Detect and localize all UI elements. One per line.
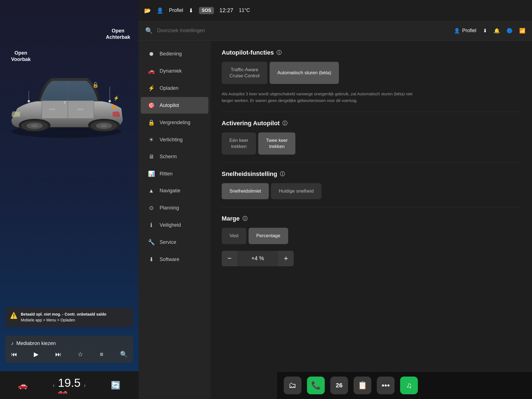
sidebar-item-autopilot[interactable]: 🎯 Autopilot (141, 97, 208, 114)
sidebar-item-bediening[interactable]: ⏺ Bediening (141, 46, 208, 62)
signal-button[interactable]: 📶 (519, 28, 525, 34)
snelheidsinstelling-info-icon[interactable]: ⓘ (280, 171, 285, 177)
service-label: Service (160, 239, 176, 245)
navigatie-label: Navigatie (160, 188, 180, 194)
speed-forward-arrow[interactable]: › (84, 382, 86, 388)
opladen-label: Opladen (160, 85, 178, 91)
taskbar-notes-icon[interactable]: 📋 (354, 377, 371, 394)
snelheidsinstelling-title: Snelheidsinstelling (222, 170, 277, 178)
taskbar-calendar-icon[interactable]: 26 (330, 377, 348, 394)
sidebar-item-vergrendeling[interactable]: 🔒 Vergrendeling (141, 114, 208, 131)
taskbar-spotify-icon[interactable]: ♫ (400, 377, 418, 394)
sidebar-item-software[interactable]: ⬇ Software (141, 251, 208, 268)
steering-icon: 🔄 (111, 381, 121, 390)
svg-point-11 (112, 105, 116, 109)
svg-text:T: T (64, 101, 66, 105)
play-button[interactable]: ▶ (34, 351, 39, 358)
file-icon: 📂 (144, 7, 151, 14)
right-panel: 🔍 👤 Profiel ⬇ 🔔 🔵 📶 ⏺ (139, 21, 532, 399)
bluetooth-icon: 🔵 (507, 28, 513, 34)
marge-value: +4 % (237, 251, 278, 265)
favorite-button[interactable]: ☆ (78, 351, 83, 358)
vergrendeling-label: Vergrendeling (160, 120, 190, 126)
search-bar: 🔍 👤 Profiel ⬇ 🔔 🔵 📶 (139, 21, 532, 41)
sidebar-item-planning[interactable]: ⊙ Planning (141, 200, 208, 216)
activering-info-icon[interactable]: ⓘ (282, 120, 287, 127)
huidige-snelheid-button[interactable]: Huidige snelheid (271, 183, 321, 199)
taskbar-dots-icon[interactable]: ••• (377, 377, 395, 394)
sidebar-item-dynamiek[interactable]: 🚗 Dynamiek (141, 63, 208, 79)
search-icon: 🔍 (145, 27, 153, 34)
svg-text:⚡: ⚡ (113, 95, 119, 101)
bediening-icon: ⏺ (147, 51, 155, 57)
sidebar-item-scherm[interactable]: 🖥 Scherm (141, 149, 208, 165)
profile-label-top[interactable]: Profiel (169, 7, 183, 13)
planning-icon: ⊙ (147, 204, 155, 211)
marge-stepper: − +4 % + (222, 251, 294, 266)
een-keer-button[interactable]: Eén keer trekken (222, 132, 256, 155)
sidebar-item-service[interactable]: 🔧 Service (141, 234, 208, 250)
marge-increase-button[interactable]: + (278, 251, 294, 266)
download-button-header[interactable]: ⬇ (483, 28, 487, 34)
auto-steer-button[interactable]: Automatisch sturen (bèta) (270, 62, 339, 84)
bell-icon: 🔔 (494, 28, 500, 34)
tacc-button[interactable]: Traffic-Aware Cruise Control (222, 62, 267, 84)
bottom-taskbar: 🗂 📞 26 📋 ••• ♫ ‹ 🔊 › (277, 371, 532, 399)
sidebar-item-opladen[interactable]: ⚡ Opladen (141, 80, 208, 96)
prev-track-button[interactable]: ⏮ (11, 351, 17, 358)
search-media-button[interactable]: 🔍 (120, 351, 127, 358)
speed-value: 19.5 (58, 376, 81, 390)
software-label: Software (160, 257, 179, 262)
media-box: ♪ Mediabron kiezen ⏮ ▶ ⏭ ☆ ≡ 🔍 (6, 336, 133, 363)
scherm-label: Scherm (160, 154, 177, 160)
label-achterbak[interactable]: Open Achterbak (106, 28, 130, 41)
bottom-bar-left: 🚗 ‹ 19.5 🚗🚗 › 🔄 (0, 371, 139, 399)
percentage-button[interactable]: Percentage (249, 228, 288, 244)
marge-decrease-button[interactable]: − (222, 251, 237, 266)
warning-text-bold: Betaald opl. niet mog. - Contr. onbetaal… (21, 311, 106, 317)
scherm-icon: 🖥 (147, 154, 155, 160)
planning-label: Planning (160, 205, 179, 211)
download-icon-top: ⬇ (189, 7, 193, 14)
verlichting-icon: ☀ (147, 136, 155, 143)
veiligheid-label: Veiligheid (160, 222, 181, 228)
car-icon-bottom: 🚗 (18, 381, 28, 390)
snelheidslimiet-button[interactable]: Snelheidslimiet (222, 183, 269, 199)
profile-button[interactable]: 👤 Profiel (454, 28, 476, 34)
autopilot-functies-title: Autopilot-functies (222, 49, 274, 56)
profile-icon: 👤 (454, 28, 460, 34)
vast-button[interactable]: Vast (222, 228, 246, 244)
taskbar-phone-icon[interactable]: 📞 (307, 377, 325, 394)
marge-info-icon[interactable]: ⓘ (242, 215, 247, 222)
ritten-icon: 📊 (147, 170, 155, 177)
autopilot-label: Autopilot (160, 103, 179, 108)
sidebar-item-verlichting[interactable]: ☀ Verlichting (141, 131, 208, 148)
taskbar-files-icon[interactable]: 🗂 (284, 377, 301, 394)
svg-point-16 (109, 100, 111, 102)
media-title-text: Mediabron kiezen (16, 341, 56, 346)
bell-button[interactable]: 🔔 (494, 28, 500, 34)
signal-icon: 📶 (519, 28, 525, 34)
sos-badge[interactable]: SOS (199, 7, 214, 14)
equalizer-button[interactable]: ≡ (100, 351, 103, 358)
settings-content: Autopilot-functies ⓘ Traffic-Aware Cruis… (211, 41, 532, 399)
search-input[interactable] (157, 28, 449, 34)
autopilot-functies-info-icon[interactable]: ⓘ (277, 49, 282, 56)
speed-back-arrow[interactable]: ‹ (53, 382, 55, 388)
sidebar-item-veiligheid[interactable]: ℹ Veiligheid (141, 217, 208, 233)
warning-box: ⚠️ Betaald opl. niet mog. - Contr. onbet… (6, 308, 133, 327)
next-track-button[interactable]: ⏭ (55, 351, 61, 358)
svg-point-8 (101, 124, 108, 127)
download-icon: ⬇ (483, 28, 487, 34)
sidebar-item-ritten[interactable]: 📊 Ritten (141, 165, 208, 182)
bediening-label: Bediening (160, 51, 182, 57)
sidebar-item-navigatie[interactable]: ▲ Navigatie (141, 183, 208, 199)
opladen-icon: ⚡ (147, 85, 155, 91)
twee-keer-button[interactable]: Twee keer trekken (258, 132, 295, 155)
temp-top: 11°C (239, 7, 250, 13)
marge-title: Marge (222, 215, 240, 222)
svg-point-5 (31, 124, 38, 127)
bluetooth-button[interactable]: 🔵 (507, 28, 513, 34)
warning-icon: ⚠️ (10, 312, 17, 319)
label-voorbak[interactable]: Open Voorbak (11, 50, 31, 63)
